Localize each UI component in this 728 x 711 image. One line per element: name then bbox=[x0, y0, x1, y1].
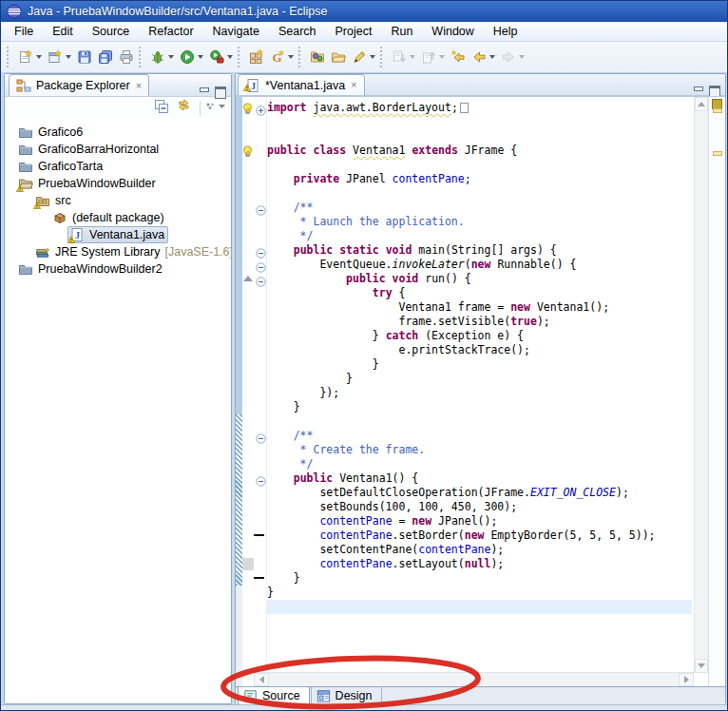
menu-navigate[interactable]: Navigate bbox=[203, 23, 269, 40]
code-line[interactable] bbox=[267, 414, 692, 429]
code-line[interactable]: } bbox=[267, 372, 692, 386]
run-button[interactable] bbox=[177, 46, 206, 68]
grid-star-button[interactable] bbox=[246, 46, 267, 68]
fold-collapse-icon[interactable] bbox=[256, 202, 266, 213]
menu-project[interactable]: Project bbox=[326, 23, 382, 40]
code-line[interactable]: }); bbox=[267, 386, 692, 400]
menu-file[interactable]: File bbox=[5, 23, 43, 40]
fold-collapse-icon[interactable] bbox=[256, 259, 266, 270]
code-line[interactable]: public static void main(String[] args) { bbox=[267, 243, 692, 258]
last-edit-button[interactable] bbox=[448, 46, 469, 68]
pen-button[interactable] bbox=[349, 46, 378, 68]
code-line[interactable]: setBounds(100, 100, 450, 300); bbox=[267, 500, 692, 514]
scroll-up-icon[interactable] bbox=[695, 97, 708, 111]
menu-refactor[interactable]: Refactor bbox=[139, 23, 202, 40]
code-line[interactable]: /** bbox=[267, 429, 692, 443]
dropdown-arrow-icon[interactable] bbox=[168, 55, 174, 59]
code-line[interactable]: setContentPane(contentPane); bbox=[267, 543, 692, 557]
code-line[interactable]: contentPane.setLayout(null); bbox=[267, 557, 692, 571]
save-button[interactable] bbox=[74, 46, 95, 68]
dropdown-arrow-icon[interactable] bbox=[288, 55, 294, 59]
menu-search[interactable]: Search bbox=[269, 23, 326, 40]
open-folder-button[interactable] bbox=[328, 46, 349, 68]
back-button[interactable] bbox=[469, 46, 498, 68]
dropdown-arrow-icon[interactable] bbox=[489, 55, 495, 59]
tree-item-pruebawindowbuilder[interactable]: PruebaWindowBuilder bbox=[5, 175, 231, 192]
overview-warning-mark[interactable] bbox=[713, 151, 722, 156]
code-line[interactable]: */ bbox=[267, 229, 692, 243]
code-line[interactable] bbox=[267, 129, 692, 144]
dropdown-arrow-icon[interactable] bbox=[519, 55, 525, 59]
dropdown-arrow-icon[interactable] bbox=[439, 55, 445, 59]
tree-item-grafico6[interactable]: Grafico6 bbox=[5, 124, 231, 141]
code-line[interactable] bbox=[267, 158, 692, 172]
g-wizard-button[interactable]: G bbox=[267, 46, 297, 68]
code-line[interactable]: public void run() { bbox=[267, 272, 692, 286]
code-line[interactable]: contentPane = new JPanel(); bbox=[267, 514, 692, 528]
minimize-view-icon[interactable] bbox=[199, 86, 209, 96]
warning-bulb-icon[interactable] bbox=[242, 102, 254, 119]
editor-horizontal-scrollbar[interactable] bbox=[254, 672, 694, 686]
dropdown-arrow-icon[interactable] bbox=[198, 55, 203, 59]
code-line[interactable]: contentPane.setBorder(new EmptyBorder(5,… bbox=[267, 528, 692, 543]
save-all-button[interactable] bbox=[95, 46, 116, 68]
dropdown-arrow-icon[interactable] bbox=[66, 55, 71, 59]
tree-item-pruebawindowbuilder2[interactable]: PruebaWindowBuilder2 bbox=[5, 260, 231, 278]
collapse-all-button[interactable] bbox=[152, 99, 171, 117]
new-project-button[interactable] bbox=[45, 46, 74, 68]
dropdown-arrow-icon[interactable] bbox=[410, 55, 415, 59]
external-tools-button[interactable] bbox=[206, 46, 236, 68]
code-line[interactable]: import java.awt.BorderLayout; bbox=[267, 101, 692, 115]
tree-item-jre-system-library[interactable]: JRE System Library[JavaSE-1.6] bbox=[5, 243, 231, 260]
close-view-icon[interactable]: × bbox=[136, 81, 142, 91]
code-line[interactable]: try { bbox=[267, 286, 692, 300]
fold-collapse-icon[interactable] bbox=[256, 245, 266, 256]
overview-warning-mark[interactable] bbox=[713, 108, 722, 113]
code-line[interactable]: e.printStackTrace(); bbox=[267, 343, 692, 357]
code-line[interactable]: EventQueue.invokeLater(new Runnable() { bbox=[267, 258, 692, 272]
forward-button[interactable] bbox=[498, 46, 527, 68]
maximize-view-icon[interactable] bbox=[215, 86, 225, 96]
current-line[interactable] bbox=[267, 600, 692, 614]
open-type-button[interactable] bbox=[307, 46, 328, 68]
menu-run[interactable]: Run bbox=[381, 23, 422, 40]
dropdown-arrow-icon[interactable] bbox=[227, 55, 233, 59]
print-button[interactable] bbox=[116, 46, 137, 68]
code-line[interactable]: Ventana1 frame = new Ventana1(); bbox=[267, 300, 692, 315]
title-bar[interactable]: Java - PruebaWindowBuilder/src/Ventana1.… bbox=[1, 1, 728, 22]
scroll-left-icon[interactable] bbox=[254, 673, 269, 686]
menu-window[interactable]: Window bbox=[422, 23, 483, 40]
tab-design[interactable]: Design bbox=[311, 687, 382, 705]
code-line[interactable]: frame.setVisible(true); bbox=[267, 315, 692, 329]
minimize-editor-icon[interactable] bbox=[693, 86, 703, 95]
code-line[interactable] bbox=[267, 115, 692, 129]
dropdown-arrow-icon[interactable] bbox=[370, 55, 375, 59]
code-line[interactable]: setDefaultCloseOperation(JFrame.EXIT_ON_… bbox=[267, 486, 692, 500]
scroll-down-icon[interactable] bbox=[695, 659, 708, 673]
code-line[interactable]: public class Ventana1 extends JFrame { bbox=[267, 144, 692, 158]
code-line[interactable]: } bbox=[267, 571, 692, 586]
fold-collapse-icon[interactable] bbox=[256, 431, 266, 441]
tree-item-graficobarrahorizontal[interactable]: GraficoBarraHorizontal bbox=[5, 141, 231, 158]
fold-collapse-icon[interactable] bbox=[256, 274, 266, 284]
overview-ruler[interactable] bbox=[708, 97, 725, 687]
code-line[interactable]: * Create the frame. bbox=[267, 443, 692, 457]
tree-item-graficotarta[interactable]: GraficoTarta bbox=[5, 158, 231, 175]
editor-vertical-scrollbar[interactable] bbox=[694, 97, 708, 673]
tree-item--default-package-[interactable]: (default package) bbox=[5, 209, 231, 226]
tab-source[interactable]: Source bbox=[238, 687, 310, 705]
code-line[interactable]: } catch (Exception e) { bbox=[267, 329, 692, 343]
close-editor-icon[interactable]: × bbox=[351, 80, 356, 90]
warning-bulb-icon[interactable] bbox=[242, 144, 254, 162]
package-explorer-tab[interactable]: Package Explorer × bbox=[9, 74, 149, 96]
code-line[interactable]: } bbox=[267, 357, 692, 372]
collapsed-region-icon[interactable] bbox=[460, 103, 469, 113]
prev-annotation-button[interactable] bbox=[418, 46, 448, 68]
link-editor-button[interactable] bbox=[175, 99, 194, 117]
code-editor[interactable]: import java.awt.BorderLayout;public clas… bbox=[236, 96, 725, 686]
fold-collapse-icon[interactable] bbox=[256, 473, 266, 484]
tree-item-ventana1-java[interactable]: JVentana1.java bbox=[5, 226, 231, 243]
code-line[interactable]: */ bbox=[267, 457, 692, 471]
maximize-editor-icon[interactable] bbox=[709, 86, 719, 95]
code-line[interactable]: } bbox=[267, 586, 692, 600]
